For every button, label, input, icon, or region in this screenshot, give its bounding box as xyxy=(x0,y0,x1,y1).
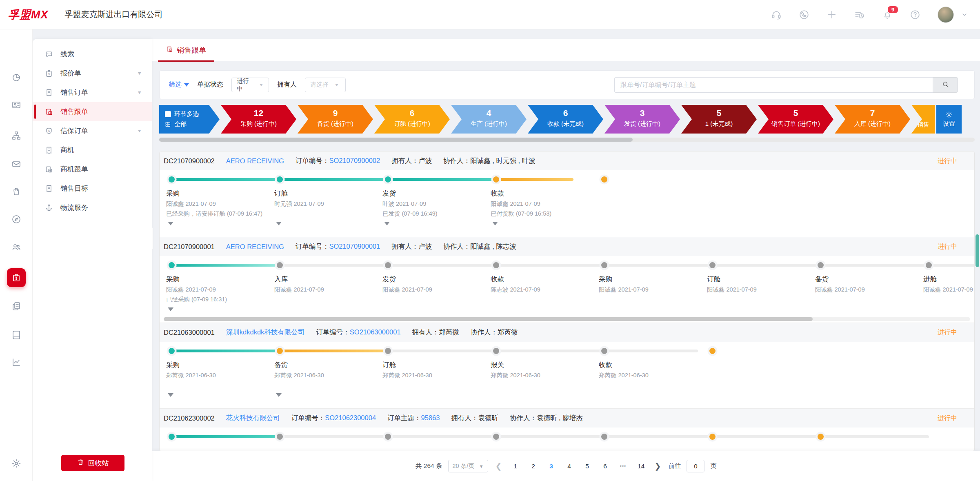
checkbox-icon[interactable] xyxy=(165,111,171,117)
search-input[interactable] xyxy=(614,77,933,93)
timeline-dot[interactable] xyxy=(169,262,175,268)
page-number-3[interactable]: 3 xyxy=(545,460,558,472)
timeline-dot[interactable] xyxy=(385,348,391,354)
order-scrollbar-thumb[interactable] xyxy=(164,317,813,321)
bell-icon[interactable]: 9 xyxy=(882,9,893,20)
timeline-dot[interactable] xyxy=(818,262,824,268)
rail-item-team-icon[interactable] xyxy=(7,238,26,256)
help-icon[interactable] xyxy=(910,9,920,20)
more-pages-ellipsis[interactable]: ••• xyxy=(617,460,629,472)
expand-caret[interactable] xyxy=(384,222,390,225)
page-number-6[interactable]: 6 xyxy=(599,460,611,472)
rail-item-pie-chart-icon[interactable] xyxy=(7,68,26,87)
sidebar-item-7[interactable]: 销售目标 xyxy=(33,179,152,198)
order-no-link[interactable]: SO21070900001 xyxy=(329,243,380,250)
owner-select[interactable]: 请选择 ▼ xyxy=(305,78,346,92)
timeline-dot[interactable] xyxy=(169,348,175,354)
customer-link[interactable]: AERO RECEIVING xyxy=(226,243,284,251)
rail-item-org-tree-icon[interactable] xyxy=(7,126,26,145)
filter-toggle[interactable]: 筛选 xyxy=(169,80,189,89)
timeline-dot[interactable] xyxy=(601,262,607,268)
vertical-scrollbar-thumb[interactable] xyxy=(976,234,979,267)
timeline-dot[interactable] xyxy=(709,348,716,354)
timeline-dot[interactable] xyxy=(709,262,716,268)
order-no-link[interactable]: SO21062300004 xyxy=(325,414,376,421)
rail-item-compass-icon[interactable] xyxy=(7,210,26,229)
timeline-dot[interactable] xyxy=(277,262,283,268)
timeline-dot[interactable] xyxy=(709,434,716,440)
history-icon[interactable] xyxy=(854,9,865,20)
page-size-select[interactable]: 20 条/页▼ xyxy=(448,460,488,472)
pipeline-stage-4[interactable]: 6 收款 (未完成) xyxy=(528,105,603,134)
timeline-dot[interactable] xyxy=(493,434,499,440)
sidebar-item-8[interactable]: 物流服务 xyxy=(33,198,152,217)
timeline-dot[interactable] xyxy=(385,434,391,440)
expand-caret[interactable] xyxy=(276,222,282,225)
status-select[interactable]: 进行中 ▼ xyxy=(231,78,269,92)
rail-item-book-icon[interactable] xyxy=(7,325,26,344)
goto-page-input[interactable] xyxy=(687,460,704,472)
sidebar-item-2[interactable]: 销售订单 ▼ xyxy=(33,83,152,102)
phone-icon[interactable] xyxy=(799,9,809,20)
sidebar-item-4[interactable]: $信保订单 ▼ xyxy=(33,121,152,140)
pipeline-settings-button[interactable]: 设置 xyxy=(936,105,962,134)
expand-caret[interactable] xyxy=(168,307,173,311)
pipeline-stage-5[interactable]: 3 发货 (进行中) xyxy=(604,105,680,134)
page-number-2[interactable]: 2 xyxy=(527,460,540,472)
subject-link[interactable]: 95863 xyxy=(421,414,440,421)
timeline-dot[interactable] xyxy=(277,176,283,183)
rail-item-mail-icon[interactable] xyxy=(7,155,26,174)
pipeline-stage-7[interactable]: 5 销售订单 (进行中) xyxy=(758,105,833,134)
next-page-button[interactable]: ❯ xyxy=(653,461,663,471)
tab-sales-tracking[interactable]: 销售跟单 xyxy=(162,39,210,61)
order-scrollbar[interactable] xyxy=(164,317,970,321)
timeline-dot[interactable] xyxy=(601,176,607,183)
timeline-dot[interactable] xyxy=(493,262,499,268)
timeline-dot[interactable] xyxy=(818,434,824,440)
timeline-dot[interactable] xyxy=(601,434,607,440)
expand-caret[interactable] xyxy=(168,393,173,397)
sidebar-item-0[interactable]: 线索 xyxy=(33,45,152,64)
sidebar-item-6[interactable]: 商机跟单 xyxy=(33,160,152,179)
timeline-dot[interactable] xyxy=(169,176,175,183)
expand-caret[interactable] xyxy=(492,222,498,225)
customer-link[interactable]: AERO RECEIVING xyxy=(226,157,284,165)
timeline-dot[interactable] xyxy=(277,348,283,354)
headset-icon[interactable] xyxy=(771,9,782,20)
pipeline-scrollbar-thumb[interactable] xyxy=(159,138,633,142)
order-no-link[interactable]: SO21063000001 xyxy=(350,328,401,336)
pipeline-multi-select-block[interactable]: 环节多选 全部 xyxy=(159,105,220,134)
timeline-dot[interactable] xyxy=(169,434,175,440)
pipeline-scrollbar[interactable] xyxy=(159,138,975,142)
timeline-dot[interactable] xyxy=(493,176,499,183)
timeline-dot[interactable] xyxy=(385,176,391,183)
chevron-down-icon[interactable] xyxy=(961,11,968,18)
timeline-dot[interactable] xyxy=(493,348,499,354)
rail-item-shopping-bag-icon[interactable] xyxy=(7,182,26,201)
pipeline-stage-6[interactable]: 5 1 (未完成) xyxy=(681,105,757,134)
customer-link[interactable]: 花火科技有限公司 xyxy=(226,414,280,423)
prev-page-button[interactable]: ❮ xyxy=(494,461,504,471)
customer-link[interactable]: 深圳kdkdkdk科技有限公司 xyxy=(226,328,305,337)
pipeline-stage-1[interactable]: 9 备货 (进行中) xyxy=(298,105,373,134)
page-number-14[interactable]: 14 xyxy=(635,460,647,472)
pipeline-stage-8[interactable]: 7 入库 (进行中) xyxy=(835,105,910,134)
expand-caret[interactable] xyxy=(276,393,282,397)
plus-icon[interactable] xyxy=(827,9,837,20)
sidebar-item-3[interactable]: 销售跟单 xyxy=(33,102,152,121)
expand-caret[interactable] xyxy=(168,222,173,225)
rail-item-documents-icon[interactable] xyxy=(7,297,26,316)
timeline-dot[interactable] xyxy=(926,262,932,268)
recycle-bin-button[interactable]: 回收站 xyxy=(61,455,124,471)
timeline-dot[interactable] xyxy=(277,434,283,440)
order-no-link[interactable]: SO21070900002 xyxy=(329,157,380,164)
timeline-dot[interactable] xyxy=(601,348,607,354)
user-avatar[interactable] xyxy=(938,7,954,23)
rail-item-id-card-icon[interactable] xyxy=(7,96,26,114)
search-button[interactable] xyxy=(933,77,958,93)
page-number-1[interactable]: 1 xyxy=(509,460,522,472)
pipeline-stage-2[interactable]: 6 订舱 (进行中) xyxy=(374,105,450,134)
sidebar-item-5[interactable]: 商机 xyxy=(33,140,152,160)
rail-item-sales-briefcase-icon[interactable]: $ xyxy=(7,268,26,287)
pipeline-stage-0[interactable]: 12 采购 (进行中) xyxy=(221,105,296,134)
